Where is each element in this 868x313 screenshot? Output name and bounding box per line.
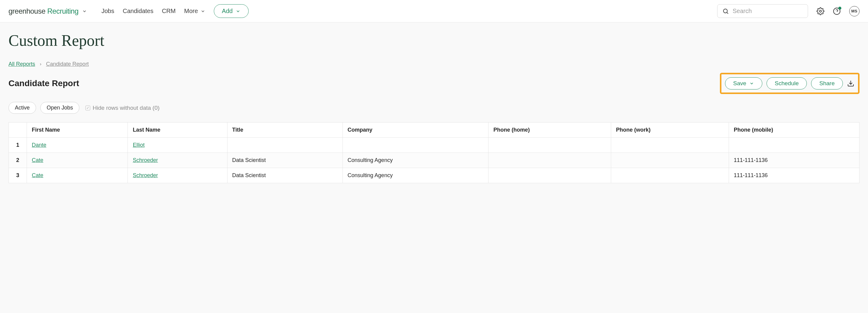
report-title: Candidate Report bbox=[8, 79, 79, 88]
share-button[interactable]: Share bbox=[811, 77, 843, 89]
settings-button[interactable] bbox=[816, 7, 825, 15]
cell-last-name: Schroeder bbox=[128, 168, 227, 183]
table-header-row: First Name Last Name Title Company Phone… bbox=[9, 122, 860, 138]
download-icon bbox=[847, 80, 855, 87]
filter-open-jobs[interactable]: Open Jobs bbox=[40, 102, 79, 114]
notification-dot bbox=[838, 7, 841, 10]
col-title[interactable]: Title bbox=[227, 122, 343, 138]
add-button-label: Add bbox=[222, 7, 233, 15]
user-avatar[interactable]: MS bbox=[849, 6, 860, 17]
breadcrumb-root[interactable]: All Reports bbox=[8, 61, 35, 67]
logo-text-secondary: Recruiting bbox=[47, 7, 79, 15]
hide-rows-checkbox[interactable]: ✓ Hide rows without data (0) bbox=[85, 105, 160, 111]
cell-first-name: Cate bbox=[27, 153, 128, 168]
svg-point-2 bbox=[819, 10, 822, 12]
page-title: Custom Report bbox=[8, 32, 860, 50]
chevron-down-icon bbox=[200, 9, 205, 13]
breadcrumb-current: Candidate Report bbox=[46, 61, 89, 67]
cell-phone-home bbox=[489, 138, 611, 153]
col-phone-home[interactable]: Phone (home) bbox=[489, 122, 611, 138]
cell-title: Data Scientist bbox=[227, 168, 343, 183]
chevron-down-icon bbox=[749, 81, 754, 86]
cell-phone-work bbox=[611, 153, 729, 168]
chevron-right-icon bbox=[39, 62, 42, 66]
top-nav: greenhouse Recruiting Jobs Candidates CR… bbox=[0, 0, 868, 23]
subheader-row: Candidate Report Save Schedule Share bbox=[8, 73, 860, 94]
report-table: First Name Last Name Title Company Phone… bbox=[8, 122, 860, 183]
filter-row: Active Open Jobs ✓ Hide rows without dat… bbox=[8, 102, 860, 114]
breadcrumb: All Reports Candidate Report bbox=[8, 61, 860, 67]
col-phone-mobile[interactable]: Phone (mobile) bbox=[729, 122, 859, 138]
add-button[interactable]: Add bbox=[214, 4, 249, 18]
gear-icon bbox=[816, 7, 825, 15]
cell-first-name: Dante bbox=[27, 138, 128, 153]
nav-candidates[interactable]: Candidates bbox=[123, 7, 153, 15]
save-button[interactable]: Save bbox=[725, 77, 762, 89]
candidate-first-name-link[interactable]: Cate bbox=[32, 172, 43, 178]
primary-nav: Jobs Candidates CRM More bbox=[101, 7, 205, 15]
candidate-last-name-link[interactable]: Schroeder bbox=[133, 157, 158, 163]
cell-company: Consulting Agency bbox=[343, 153, 489, 168]
logo[interactable]: greenhouse Recruiting bbox=[8, 7, 87, 16]
cell-phone-work bbox=[611, 138, 729, 153]
col-company[interactable]: Company bbox=[343, 122, 489, 138]
cell-title bbox=[227, 138, 343, 153]
save-button-label: Save bbox=[733, 80, 746, 87]
table-row: 1DanteElliot bbox=[9, 138, 860, 153]
cell-phone-home bbox=[489, 168, 611, 183]
svg-line-1 bbox=[727, 12, 728, 13]
candidate-last-name-link[interactable]: Schroeder bbox=[133, 172, 158, 178]
cell-phone-mobile bbox=[729, 138, 859, 153]
download-button[interactable] bbox=[847, 80, 855, 87]
chevron-down-icon bbox=[82, 9, 87, 13]
cell-last-name: Elliot bbox=[128, 138, 227, 153]
nav-crm[interactable]: CRM bbox=[162, 7, 176, 15]
nav-more-label: More bbox=[184, 7, 198, 15]
candidate-last-name-link[interactable]: Elliot bbox=[133, 142, 145, 148]
col-first-name[interactable]: First Name bbox=[27, 122, 128, 138]
cell-first-name: Cate bbox=[27, 168, 128, 183]
table-row: 2CateSchroederData ScientistConsulting A… bbox=[9, 153, 860, 168]
nav-more[interactable]: More bbox=[184, 7, 205, 15]
cell-phone-home bbox=[489, 153, 611, 168]
chevron-down-icon bbox=[236, 9, 241, 13]
search-icon bbox=[722, 8, 729, 15]
col-last-name[interactable]: Last Name bbox=[128, 122, 227, 138]
search-field[interactable] bbox=[717, 4, 808, 18]
cell-title: Data Scientist bbox=[227, 153, 343, 168]
svg-point-0 bbox=[723, 9, 727, 13]
row-number: 2 bbox=[9, 153, 27, 168]
candidate-first-name-link[interactable]: Dante bbox=[32, 142, 46, 148]
cell-company: Consulting Agency bbox=[343, 168, 489, 183]
row-number: 3 bbox=[9, 168, 27, 183]
row-number: 1 bbox=[9, 138, 27, 153]
logo-text-primary: greenhouse bbox=[8, 7, 45, 15]
checkbox-icon: ✓ bbox=[85, 106, 90, 110]
col-phone-work[interactable]: Phone (work) bbox=[611, 122, 729, 138]
candidate-first-name-link[interactable]: Cate bbox=[32, 157, 43, 163]
col-index[interactable] bbox=[9, 122, 27, 138]
report-actions-highlight: Save Schedule Share bbox=[720, 73, 860, 94]
cell-phone-work bbox=[611, 168, 729, 183]
page-body: Custom Report All Reports Candidate Repo… bbox=[0, 23, 868, 192]
cell-phone-mobile: 111-111-1136 bbox=[729, 153, 859, 168]
nav-jobs[interactable]: Jobs bbox=[101, 7, 114, 15]
cell-phone-mobile: 111-111-1136 bbox=[729, 168, 859, 183]
cell-last-name: Schroeder bbox=[128, 153, 227, 168]
search-input[interactable] bbox=[733, 7, 803, 15]
table-row: 3CateSchroederData ScientistConsulting A… bbox=[9, 168, 860, 183]
help-button[interactable] bbox=[833, 7, 841, 15]
schedule-button[interactable]: Schedule bbox=[767, 77, 807, 89]
cell-company bbox=[343, 138, 489, 153]
filter-active[interactable]: Active bbox=[8, 102, 36, 114]
hide-rows-label: Hide rows without data (0) bbox=[93, 105, 160, 111]
